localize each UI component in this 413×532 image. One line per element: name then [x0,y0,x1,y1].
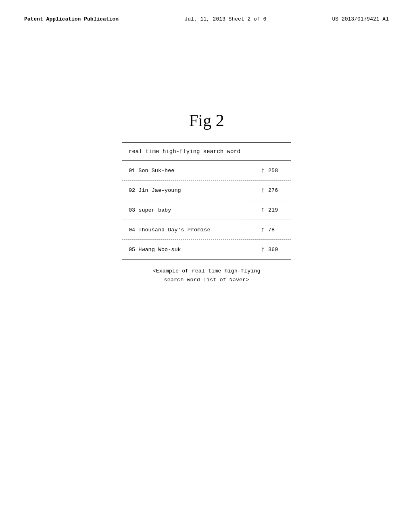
row-term: 03 super baby [129,207,261,213]
caption-line1: <Example of real time high-flying [0,267,413,276]
trend-arrow-icon: ↑ [261,226,265,234]
table-header: real time high-flying search word [122,143,291,161]
fig-title: Fig 2 [0,111,413,130]
table-row: 05 Hwang Woo-suk↑369 [122,240,291,259]
table-row: 03 super baby↑219 [122,200,291,220]
row-term: 01 Son Suk-hee [129,168,261,174]
trend-arrow-icon: ↑ [261,245,265,254]
table-row: 01 Son Suk-hee↑258 [122,161,291,181]
row-count: 369 [268,247,284,253]
row-count: 258 [268,168,284,174]
row-term: 04 Thousand Day's Promise [129,227,261,233]
header-left: Patent Application Publication [24,16,119,22]
search-table: real time high-flying search word 01 Son… [122,142,291,260]
trend-arrow-icon: ↑ [261,186,265,194]
table-row: 02 Jin Jae-young↑276 [122,181,291,200]
trend-arrow-icon: ↑ [261,206,265,214]
row-count: 219 [268,207,284,213]
trend-arrow-icon: ↑ [261,166,265,175]
row-term: 02 Jin Jae-young [129,187,261,193]
page-header: Patent Application Publication Jul. 11, … [0,0,413,22]
row-count: 78 [268,227,284,233]
row-term: 05 Hwang Woo-suk [129,247,261,253]
row-count: 276 [268,187,284,193]
header-right: US 2013/0179421 A1 [332,16,389,22]
caption: <Example of real time high-flying search… [0,267,413,284]
header-center: Jul. 11, 2013 Sheet 2 of 6 [184,16,266,22]
table-row: 04 Thousand Day's Promise↑78 [122,220,291,240]
caption-line2: search word list of Naver> [0,276,413,285]
